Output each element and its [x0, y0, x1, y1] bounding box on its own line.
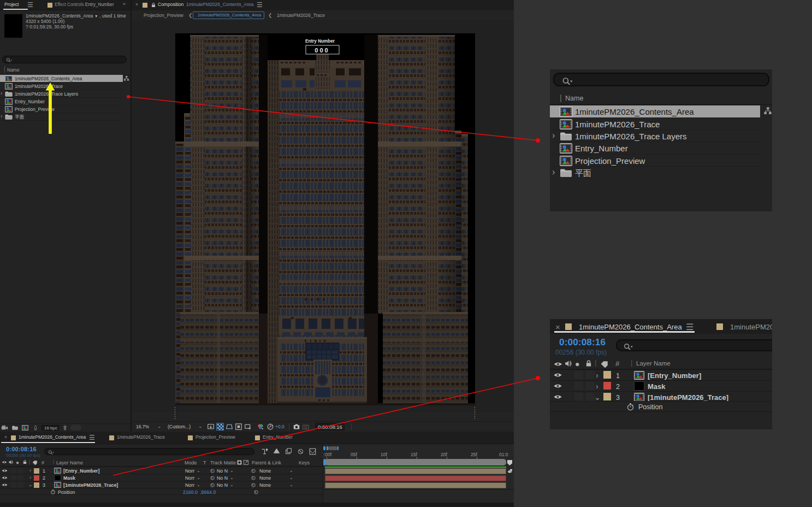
svg-text:000: 000	[315, 47, 329, 54]
svg-text:Entry Number: Entry Number	[305, 39, 335, 44]
